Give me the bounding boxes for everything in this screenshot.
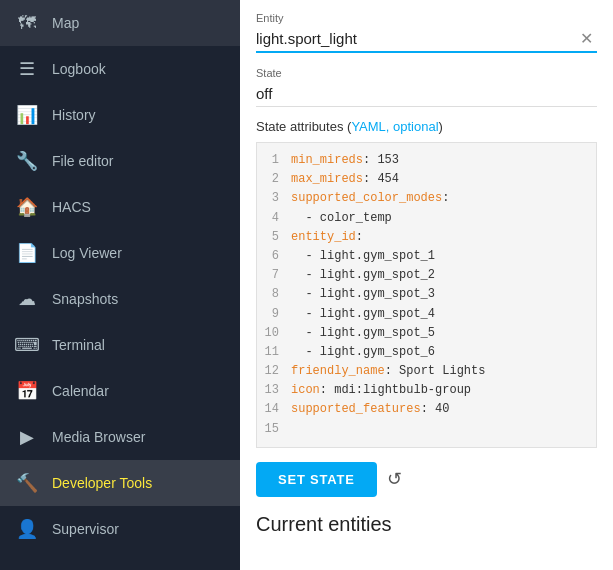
line-number: 2 [261,170,291,189]
yaml-hint: YAML, optional [351,119,438,134]
code-key: entity_id [291,230,356,244]
sidebar-label-map: Map [52,15,79,31]
sidebar-item-developer-tools[interactable]: 🔨 Developer Tools [0,460,240,506]
code-line: 13icon: mdi:lightbulb-group [257,381,596,400]
set-state-button[interactable]: SET STATE [256,462,377,497]
code-sep: : [363,153,377,167]
code-val: - light.gym_spot_6 [291,345,435,359]
entity-label: Entity [256,12,597,24]
line-number: 9 [261,305,291,324]
code-key: supported_features [291,402,421,416]
code-content: - light.gym_spot_2 [291,266,435,285]
code-sep: : [442,191,449,205]
sidebar-label-hacs: HACS [52,199,91,215]
code-line: 14supported_features: 40 [257,400,596,419]
code-line: 7 - light.gym_spot_2 [257,266,596,285]
code-content: supported_color_modes: [291,189,449,208]
entity-input[interactable] [256,26,576,51]
sidebar-item-history[interactable]: 📊 History [0,92,240,138]
hacs-icon: 🏠 [16,196,38,218]
terminal-icon: ⌨ [16,334,38,356]
logbook-icon: ☰ [16,58,38,80]
code-line: 4 - color_temp [257,209,596,228]
code-line: 6 - light.gym_spot_1 [257,247,596,266]
line-number: 7 [261,266,291,285]
code-key: icon [291,383,320,397]
sidebar-item-file-editor[interactable]: 🔧 File editor [0,138,240,184]
code-content: supported_features: 40 [291,400,449,419]
sidebar-label-supervisor: Supervisor [52,521,119,537]
code-val: - light.gym_spot_5 [291,326,435,340]
action-buttons: SET STATE ↺ [256,462,597,497]
line-number: 10 [261,324,291,343]
line-number: 15 [261,420,291,439]
sidebar-item-terminal[interactable]: ⌨ Terminal [0,322,240,368]
code-line: 3supported_color_modes: [257,189,596,208]
line-number: 3 [261,189,291,208]
code-content: entity_id: [291,228,363,247]
code-content: min_mireds: 153 [291,151,399,170]
sidebar-label-developer-tools: Developer Tools [52,475,152,491]
code-content: friendly_name: Sport Lights [291,362,485,381]
code-val: - light.gym_spot_2 [291,268,435,282]
line-number: 12 [261,362,291,381]
sidebar-item-log-viewer[interactable]: 📄 Log Viewer [0,230,240,276]
supervisor-icon: 👤 [16,518,38,540]
refresh-button[interactable]: ↺ [387,468,402,490]
line-number: 5 [261,228,291,247]
code-sep: : [320,383,334,397]
code-sep: : [385,364,399,378]
code-line: 11 - light.gym_spot_6 [257,343,596,362]
developer-tools-icon: 🔨 [16,472,38,494]
code-line: 1min_mireds: 153 [257,151,596,170]
code-editor[interactable]: 1min_mireds: 1532max_mireds: 4543support… [256,142,597,448]
code-content: - light.gym_spot_3 [291,285,435,304]
code-line: 2max_mireds: 454 [257,170,596,189]
clear-entity-button[interactable]: ✕ [576,27,597,50]
code-sep: : [421,402,435,416]
map-icon: 🗺 [16,12,38,34]
code-line: 12friendly_name: Sport Lights [257,362,596,381]
code-val: mdi:lightbulb-group [334,383,471,397]
sidebar-label-calendar: Calendar [52,383,109,399]
code-content: icon: mdi:lightbulb-group [291,381,471,400]
code-content: - light.gym_spot_5 [291,324,435,343]
sidebar-item-snapshots[interactable]: ☁ Snapshots [0,276,240,322]
sidebar-item-hacs[interactable]: 🏠 HACS [0,184,240,230]
media-browser-icon: ▶ [16,426,38,448]
state-label: State [256,67,597,79]
code-val: 40 [435,402,449,416]
sidebar-label-snapshots: Snapshots [52,291,118,307]
sidebar-item-media-browser[interactable]: ▶ Media Browser [0,414,240,460]
code-key: min_mireds [291,153,363,167]
code-val: 454 [377,172,399,186]
calendar-icon: 📅 [16,380,38,402]
code-content: max_mireds: 454 [291,170,399,189]
code-key: friendly_name [291,364,385,378]
history-icon: 📊 [16,104,38,126]
line-number: 1 [261,151,291,170]
sidebar-label-media-browser: Media Browser [52,429,145,445]
code-key: max_mireds [291,172,363,186]
sidebar-label-terminal: Terminal [52,337,105,353]
code-val: - color_temp [291,211,392,225]
line-number: 8 [261,285,291,304]
line-number: 11 [261,343,291,362]
entity-input-wrap: ✕ [256,26,597,53]
sidebar: 🗺 Map ☰ Logbook 📊 History 🔧 File editor … [0,0,240,570]
code-content: - light.gym_spot_6 [291,343,435,362]
code-line: 8 - light.gym_spot_3 [257,285,596,304]
code-val: - light.gym_spot_3 [291,287,435,301]
sidebar-item-calendar[interactable]: 📅 Calendar [0,368,240,414]
current-entities-title: Current entities [256,513,597,536]
code-line: 15 [257,420,596,439]
sidebar-label-file-editor: File editor [52,153,113,169]
sidebar-label-history: History [52,107,96,123]
sidebar-item-map[interactable]: 🗺 Map [0,0,240,46]
sidebar-item-supervisor[interactable]: 👤 Supervisor [0,506,240,552]
entity-field: Entity ✕ [256,12,597,53]
state-value: off [256,81,597,107]
line-number: 6 [261,247,291,266]
sidebar-item-logbook[interactable]: ☰ Logbook [0,46,240,92]
log-viewer-icon: 📄 [16,242,38,264]
